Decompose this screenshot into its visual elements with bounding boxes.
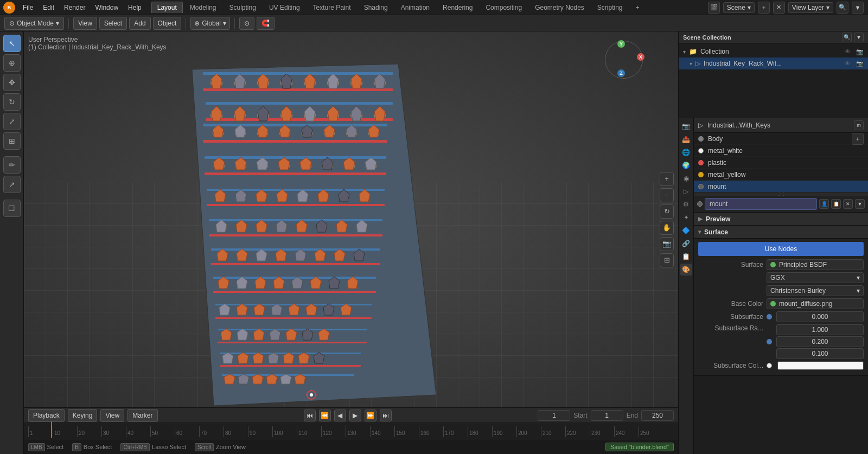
view-layer-props-btn[interactable]: 🌐 (680, 146, 692, 158)
object-mode-selector[interactable]: ⊙ Object Mode ▾ (4, 17, 64, 30)
mat-unlink-btn[interactable]: ✕ (843, 199, 853, 209)
tab-rendering[interactable]: Rendering (437, 2, 478, 13)
axis-widget[interactable]: Y X Z (602, 38, 646, 81)
select-tool[interactable]: ↖ (3, 35, 21, 52)
view-layer-selector[interactable]: View Layer ▾ (788, 2, 833, 13)
jump-start-button[interactable]: ⏮ (304, 410, 316, 421)
material-slot-metal-yellow[interactable]: metal_yellow (694, 169, 868, 181)
object-props-btn[interactable]: ▷ (680, 186, 692, 197)
tab-scripting[interactable]: Scripting (591, 2, 629, 13)
subsurface-color-swatch[interactable] (777, 361, 864, 370)
play-reverse-button[interactable]: ◀ (334, 410, 346, 421)
zoom-out-button[interactable]: − (660, 188, 674, 202)
transform-tool[interactable]: ⊞ (3, 132, 21, 150)
view-menu[interactable]: View (73, 17, 97, 30)
material-slot-plastic[interactable]: plastic (694, 157, 868, 169)
preview-header[interactable]: ▶ Preview (694, 213, 868, 226)
current-frame[interactable]: 1 (538, 410, 570, 421)
fake-user-btn[interactable]: m (854, 120, 864, 130)
scene-selector[interactable]: Scene ▾ (723, 2, 755, 13)
menu-help[interactable]: Help (124, 3, 146, 12)
object-visibility[interactable]: 👁 (845, 60, 851, 67)
output-props-btn[interactable]: 📤 (680, 133, 692, 145)
material-props-btn[interactable]: 🎨 (680, 264, 692, 276)
world-props-btn[interactable]: ◉ (680, 172, 692, 184)
pan-viewport-button[interactable]: ✋ (660, 221, 674, 235)
material-slot-mount[interactable]: mount (694, 181, 868, 193)
subsurface-value[interactable]: 0.000 (776, 311, 864, 322)
transform-selector[interactable]: ⊕ Global ▾ (190, 17, 230, 30)
tab-uv-editing[interactable]: UV Editing (263, 2, 306, 13)
object-render[interactable]: 📷 (856, 60, 864, 67)
constraints-props-btn[interactable]: 🔗 (680, 238, 692, 250)
particles-props-btn[interactable]: ✦ (680, 212, 692, 223)
tab-geometry-nodes[interactable]: Geometry Nodes (529, 2, 590, 13)
menu-render[interactable]: Render (60, 3, 90, 12)
christensen-selector[interactable]: Christensen-Burley ▾ (767, 285, 864, 296)
tab-sculpting[interactable]: Sculpting (224, 2, 262, 13)
use-nodes-button[interactable]: Use Nodes (698, 242, 864, 256)
scene-add-button[interactable]: + (758, 2, 770, 14)
surface-value[interactable]: Principled BSDF (767, 259, 864, 270)
cursor-tool[interactable]: ⊕ (3, 54, 21, 72)
outliner-object-row[interactable]: ▾ ▷ Industrial_Key_Rack_Wit... 👁 📷 (679, 57, 868, 69)
axis-z[interactable]: Z (617, 69, 625, 77)
surface-header[interactable]: ▾ Surface (694, 226, 868, 239)
camera-button[interactable]: 📷 (660, 237, 674, 251)
tab-shading[interactable]: Shading (358, 2, 394, 13)
axis-y[interactable]: Y (617, 40, 625, 48)
select-menu[interactable]: Select (99, 17, 127, 30)
play-button[interactable]: ▶ (349, 410, 361, 421)
rotate-tool[interactable]: ↻ (3, 93, 21, 111)
mat-copy-btn[interactable]: 📋 (831, 199, 841, 209)
add-cube-tool[interactable]: ☐ (3, 200, 21, 217)
outliner-filter[interactable]: ▼ (854, 33, 864, 42)
add-menu[interactable]: Add (129, 17, 150, 30)
subsurface-r3[interactable]: 0.100 (776, 348, 864, 359)
tab-add[interactable]: + (630, 2, 646, 13)
tab-compositing[interactable]: Compositing (480, 2, 528, 13)
zoom-in-button[interactable]: + (660, 172, 674, 186)
move-tool[interactable]: ✥ (3, 74, 21, 91)
menu-window[interactable]: Window (91, 3, 123, 12)
end-frame[interactable]: 250 (641, 410, 674, 421)
playback-menu[interactable]: Playback (28, 409, 65, 422)
timeline-ruler[interactable]: 1 10 20 30 40 50 60 70 80 90 100 110 120… (24, 423, 678, 440)
marker-menu[interactable]: Marker (127, 409, 157, 422)
scale-tool[interactable]: ⤢ (3, 113, 21, 130)
keying-menu[interactable]: Keying (68, 409, 98, 422)
material-slot-metal-white[interactable]: metal_white (694, 145, 868, 157)
slot-drag-handle[interactable]: ⋮⋮ (694, 193, 868, 196)
snap-toggle[interactable]: 🧲 (257, 17, 275, 30)
base-color-value[interactable]: mount_diffuse.png (767, 298, 864, 309)
mat-browse-btn[interactable]: ▼ (855, 199, 865, 209)
step-forward-button[interactable]: ⏩ (365, 410, 376, 421)
object-menu[interactable]: Object (153, 17, 182, 30)
viewport[interactable]: User Perspective (1) Collection | Indust… (24, 31, 678, 407)
rotate-viewport-button[interactable]: ↻ (660, 204, 674, 219)
engine-selector[interactable]: 🎬 (708, 2, 720, 14)
measure-tool[interactable]: ↗ (3, 176, 21, 193)
annotate-tool[interactable]: ✏ (3, 156, 21, 174)
modifier-props-btn[interactable]: ⚙ (680, 199, 692, 210)
scene-props-btn[interactable]: 🌍 (680, 159, 692, 171)
outliner-search[interactable]: 🔍 (842, 33, 852, 42)
material-slot-body[interactable]: Body + (694, 133, 868, 145)
physics-props-btn[interactable]: 🔷 (680, 225, 692, 236)
menu-file[interactable]: File (18, 3, 37, 12)
subsurface-r2[interactable]: 0.200 (776, 336, 864, 347)
body-slot-add[interactable]: + (852, 133, 864, 145)
menu-edit[interactable]: Edit (39, 3, 59, 12)
step-back-button[interactable]: ⏪ (319, 410, 331, 421)
start-frame[interactable]: 1 (591, 410, 623, 421)
mat-user-btn[interactable]: 👤 (819, 199, 829, 209)
data-props-btn[interactable]: 📋 (680, 251, 692, 263)
tab-animation[interactable]: Animation (395, 2, 436, 13)
tab-layout[interactable]: Layout (151, 2, 183, 13)
tab-modeling[interactable]: Modeling (184, 2, 222, 13)
filter-button[interactable]: ▼ (852, 2, 864, 14)
blender-logo[interactable]: B (3, 2, 15, 14)
axis-x[interactable]: X (637, 53, 644, 61)
scene-remove-button[interactable]: ✕ (773, 2, 785, 14)
collection-visibility[interactable]: 👁 (845, 48, 851, 55)
